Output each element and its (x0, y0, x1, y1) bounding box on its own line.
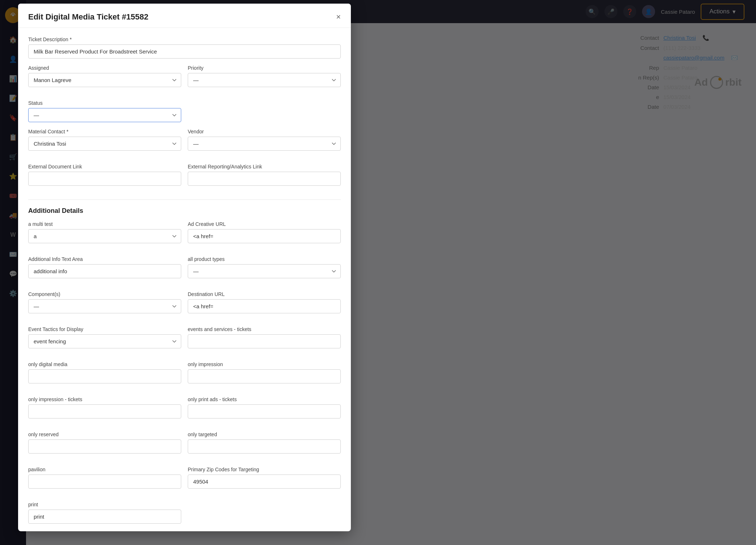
only-reserved-group: only reserved (28, 432, 181, 454)
print-input[interactable] (28, 510, 181, 524)
modal-close-button[interactable]: × (336, 13, 341, 21)
additional-info-row: Additional Info Text Area all product ty… (28, 256, 341, 285)
empty-group (188, 502, 341, 524)
print-row: print (28, 502, 341, 530)
only-impression-tickets-input[interactable] (28, 404, 181, 419)
event-tactics-row: Event Tactics for Display event fencing … (28, 326, 341, 355)
only-impression-tickets-row: only impression - tickets only print ads… (28, 396, 341, 425)
ad-creative-url-input[interactable] (188, 229, 341, 243)
assigned-group: Assigned Manon Lagreve (28, 65, 181, 87)
external-links-row: External Document Link External Reportin… (28, 164, 341, 192)
print-group: print (28, 502, 181, 524)
ext-doc-label: External Document Link (28, 164, 181, 169)
priority-label: Priority (188, 65, 341, 71)
event-tactics-select[interactable]: event fencing (28, 334, 181, 348)
ext-report-label: External Reporting/Analytics Link (188, 164, 341, 169)
additional-info-input[interactable] (28, 264, 181, 278)
primary-zip-group: Primary Zip Codes for Targeting (188, 467, 341, 489)
all-product-select[interactable]: — (188, 264, 341, 278)
material-contact-group: Material Contact * Christina Tosi (28, 129, 181, 151)
only-impression-group: only impression (188, 361, 341, 383)
destination-url-label: Destination URL (188, 291, 341, 297)
modal-header: Edit Digital Media Ticket #15582 × (18, 4, 351, 28)
only-reserved-row: only reserved only targeted (28, 432, 341, 460)
primary-zip-label: Primary Zip Codes for Targeting (188, 467, 341, 472)
pavilion-label: pavilion (28, 467, 181, 472)
ticket-description-group: Ticket Description * (28, 37, 341, 59)
ad-creative-url-group: Ad Creative URL (188, 221, 341, 243)
ad-creative-url-label: Ad Creative URL (188, 221, 341, 227)
priority-group: Priority — (188, 65, 341, 87)
status-label: Status (28, 100, 181, 106)
status-select[interactable]: — (28, 108, 181, 122)
vendor-label: Vendor (188, 129, 341, 134)
modal-overlay: Edit Digital Media Ticket #15582 × Ticke… (0, 0, 756, 545)
additional-info-label: Additional Info Text Area (28, 256, 181, 262)
material-contact-label: Material Contact * (28, 129, 181, 134)
multi-test-group: a multi test a (28, 221, 181, 243)
all-product-group: all product types — (188, 256, 341, 278)
only-print-ads-label: only print ads - tickets (188, 396, 341, 402)
ticket-description-input[interactable] (28, 44, 341, 59)
only-digital-input[interactable] (28, 369, 181, 383)
event-tactics-group: Event Tactics for Display event fencing (28, 326, 181, 348)
modal-dialog: Edit Digital Media Ticket #15582 × Ticke… (18, 4, 351, 531)
only-digital-label: only digital media (28, 361, 181, 367)
only-targeted-input[interactable] (188, 439, 341, 454)
modal-body: Ticket Description * Assigned Manon Lagr… (18, 28, 351, 531)
components-label: Component(s) (28, 291, 181, 297)
only-reserved-label: only reserved (28, 432, 181, 437)
only-print-ads-input[interactable] (188, 404, 341, 419)
ext-report-input[interactable] (188, 172, 341, 186)
multi-test-label: a multi test (28, 221, 181, 227)
only-reserved-input[interactable] (28, 439, 181, 454)
primary-zip-input[interactable] (188, 475, 341, 489)
pavilion-zip-row: pavilion Primary Zip Codes for Targeting (28, 467, 341, 495)
status-group: Status — (28, 100, 184, 122)
pavilion-group: pavilion (28, 467, 181, 489)
destination-url-input[interactable] (188, 299, 341, 313)
ticket-desc-label: Ticket Description * (28, 37, 341, 42)
ext-doc-input[interactable] (28, 172, 181, 186)
print-label: print (28, 502, 181, 507)
events-services-label: events and services - tickets (188, 326, 341, 332)
only-digital-row: only digital media only impression (28, 361, 341, 390)
multi-test-select[interactable]: a (28, 229, 181, 243)
vendor-select[interactable]: — (188, 137, 341, 151)
only-targeted-group: only targeted (188, 432, 341, 454)
only-print-ads-group: only print ads - tickets (188, 396, 341, 419)
events-services-input[interactable] (188, 334, 341, 348)
section-divider (28, 199, 341, 200)
components-select[interactable]: — (28, 299, 181, 313)
material-vendor-row: Material Contact * Christina Tosi Vendor… (28, 129, 341, 157)
assigned-priority-row: Assigned Manon Lagreve Priority — (28, 65, 341, 94)
only-impression-input[interactable] (188, 369, 341, 383)
events-services-group: events and services - tickets (188, 326, 341, 348)
material-contact-select[interactable]: Christina Tosi (28, 137, 181, 151)
modal-title: Edit Digital Media Ticket #15582 (28, 12, 148, 22)
priority-select[interactable]: — (188, 73, 341, 87)
assigned-label: Assigned (28, 65, 181, 71)
only-digital-group: only digital media (28, 361, 181, 383)
components-destination-row: Component(s) — Destination URL (28, 291, 341, 320)
event-tactics-label: Event Tactics for Display (28, 326, 181, 332)
all-product-label: all product types (188, 256, 341, 262)
components-group: Component(s) — (28, 291, 181, 313)
only-targeted-label: only targeted (188, 432, 341, 437)
additional-details-title: Additional Details (28, 207, 341, 215)
assigned-select[interactable]: Manon Lagreve (28, 73, 181, 87)
multi-test-ad-row: a multi test a Ad Creative URL (28, 221, 341, 250)
vendor-group: Vendor — (188, 129, 341, 151)
additional-info-group: Additional Info Text Area (28, 256, 181, 278)
pavilion-input[interactable] (28, 475, 181, 489)
destination-url-group: Destination URL (188, 291, 341, 313)
ext-doc-group: External Document Link (28, 164, 181, 186)
only-impression-tickets-label: only impression - tickets (28, 396, 181, 402)
ext-report-group: External Reporting/Analytics Link (188, 164, 341, 186)
only-impression-label: only impression (188, 361, 341, 367)
only-impression-tickets-group: only impression - tickets (28, 396, 181, 419)
